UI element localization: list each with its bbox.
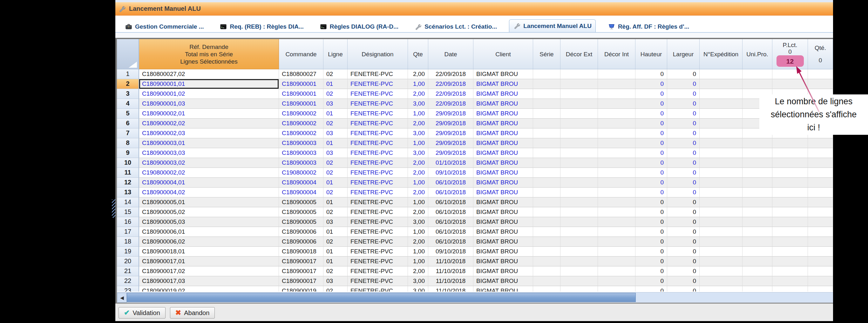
ligne-cell[interactable]: 02: [323, 187, 348, 198]
date-cell[interactable]: 22/09/2018: [428, 99, 473, 109]
n_expedition-cell[interactable]: [700, 168, 743, 178]
n_expedition-cell[interactable]: [700, 158, 743, 168]
uni_pro-cell[interactable]: [743, 138, 772, 148]
p_lct-cell[interactable]: [772, 237, 808, 247]
decor_int-cell[interactable]: [598, 276, 636, 286]
qte-cell[interactable]: 3,00: [408, 286, 428, 292]
largeur-cell[interactable]: 0: [667, 266, 700, 276]
designation-cell[interactable]: FENETRE-PVC: [348, 286, 408, 292]
serie-cell[interactable]: [533, 207, 560, 217]
decor_int-cell[interactable]: [598, 79, 636, 89]
designation-cell[interactable]: FENETRE-PVC: [348, 247, 408, 257]
row-number-cell[interactable]: 19: [117, 247, 139, 257]
ligne-cell[interactable]: 02: [323, 207, 348, 217]
date-cell[interactable]: 29/09/2018: [428, 119, 473, 128]
hauteur-cell[interactable]: 0: [636, 286, 667, 292]
client-cell[interactable]: BIGMAT BROU: [473, 119, 533, 128]
decor_int-cell[interactable]: [598, 128, 636, 138]
p_lct-cell[interactable]: [772, 168, 808, 178]
n_expedition-cell[interactable]: [700, 198, 743, 207]
column-header-hauteur[interactable]: Hauteur: [636, 39, 667, 69]
row-number-cell[interactable]: 3: [117, 89, 139, 99]
qte_lct-cell[interactable]: [808, 158, 833, 168]
largeur-cell[interactable]: 0: [667, 109, 700, 119]
decor_ext-cell[interactable]: [560, 119, 598, 128]
decor_int-cell[interactable]: [598, 119, 636, 128]
n_expedition-cell[interactable]: [700, 89, 743, 99]
decor_ext-cell[interactable]: [560, 187, 598, 198]
column-header-largeur[interactable]: Largeur: [667, 39, 700, 69]
hauteur-cell[interactable]: 0: [636, 247, 667, 257]
commande-cell[interactable]: C180900004: [279, 187, 323, 198]
uni_pro-cell[interactable]: [743, 227, 772, 237]
row-number-cell[interactable]: 2: [117, 79, 139, 89]
column-header-uni_pro[interactable]: Uni.Pro.: [743, 39, 772, 69]
p_lct-cell[interactable]: [772, 207, 808, 217]
n_expedition-cell[interactable]: [700, 227, 743, 237]
decor_int-cell[interactable]: [598, 187, 636, 198]
p_lct-cell[interactable]: [772, 276, 808, 286]
ref-cell[interactable]: C180900001,03: [139, 99, 279, 109]
date-cell[interactable]: 01/10/2018: [428, 158, 473, 168]
qte_lct-cell[interactable]: [808, 266, 833, 276]
serie-cell[interactable]: [533, 227, 560, 237]
commande-cell[interactable]: C180900001: [279, 89, 323, 99]
ref-cell[interactable]: C180900001,01: [139, 79, 279, 89]
commande-cell[interactable]: C180900003: [279, 158, 323, 168]
client-cell[interactable]: BIGMAT BROU: [473, 79, 533, 89]
qte_lct-cell[interactable]: [808, 69, 833, 79]
decor_ext-cell[interactable]: [560, 148, 598, 158]
serie-cell[interactable]: [533, 128, 560, 138]
n_expedition-cell[interactable]: [700, 286, 743, 292]
designation-cell[interactable]: FENETRE-PVC: [348, 128, 408, 138]
date-cell[interactable]: 06/10/2018: [428, 198, 473, 207]
designation-cell[interactable]: FENETRE-PVC: [348, 266, 408, 276]
hauteur-cell[interactable]: 0: [636, 119, 667, 128]
ligne-cell[interactable]: 03: [323, 148, 348, 158]
date-cell[interactable]: 29/09/2018: [428, 138, 473, 148]
n_expedition-cell[interactable]: [700, 207, 743, 217]
ref-cell[interactable]: C180800027,02: [139, 69, 279, 79]
ref-cell[interactable]: C180900001,02: [139, 89, 279, 99]
p_lct-cell[interactable]: [772, 198, 808, 207]
hauteur-cell[interactable]: 0: [636, 128, 667, 138]
client-cell[interactable]: BIGMAT BROU: [473, 89, 533, 99]
column-header-qte_lct[interactable]: Qté.0: [808, 39, 833, 69]
row-number-cell[interactable]: 4: [117, 99, 139, 109]
largeur-cell[interactable]: 0: [667, 237, 700, 247]
hauteur-cell[interactable]: 0: [636, 69, 667, 79]
ref-cell[interactable]: C190800002,02: [139, 168, 279, 178]
tab-req-reb-r-gles-dia[interactable]: Req. (REB) : Règles DIA...: [216, 21, 307, 32]
decor_ext-cell[interactable]: [560, 128, 598, 138]
hauteur-cell[interactable]: 0: [636, 89, 667, 99]
ref-cell[interactable]: C180900005,03: [139, 217, 279, 227]
qte_lct-cell[interactable]: [808, 217, 833, 227]
largeur-cell[interactable]: 0: [667, 168, 700, 178]
qte-cell[interactable]: 3,00: [408, 99, 428, 109]
date-cell[interactable]: 09/10/2018: [428, 247, 473, 257]
ligne-cell[interactable]: 01: [323, 247, 348, 257]
client-cell[interactable]: BIGMAT BROU: [473, 207, 533, 217]
ligne-cell[interactable]: 01: [323, 79, 348, 89]
serie-cell[interactable]: [533, 119, 560, 128]
tab-r-g-aff-df-r-gles-d[interactable]: Règ. Aff. DF : Règles d'...: [604, 21, 693, 32]
row-number-cell[interactable]: 13: [117, 187, 139, 198]
decor_int-cell[interactable]: [598, 138, 636, 148]
qte-cell[interactable]: 3,00: [408, 148, 428, 158]
hauteur-cell[interactable]: 0: [636, 187, 667, 198]
n_expedition-cell[interactable]: [700, 266, 743, 276]
decor_int-cell[interactable]: [598, 99, 636, 109]
designation-cell[interactable]: FENETRE-PVC: [348, 276, 408, 286]
designation-cell[interactable]: FENETRE-PVC: [348, 89, 408, 99]
decor_int-cell[interactable]: [598, 168, 636, 178]
qte_lct-cell[interactable]: [808, 276, 833, 286]
ligne-cell[interactable]: 03: [323, 276, 348, 286]
select-all-triangle-icon[interactable]: [129, 62, 137, 68]
qte-cell[interactable]: 2,00: [408, 69, 428, 79]
row-number-cell[interactable]: 12: [117, 178, 139, 187]
qte-cell[interactable]: 2,00: [408, 237, 428, 247]
date-cell[interactable]: 22/09/2018: [428, 89, 473, 99]
n_expedition-cell[interactable]: [700, 247, 743, 257]
qte-cell[interactable]: 3,00: [408, 276, 428, 286]
ligne-cell[interactable]: 03: [323, 128, 348, 138]
